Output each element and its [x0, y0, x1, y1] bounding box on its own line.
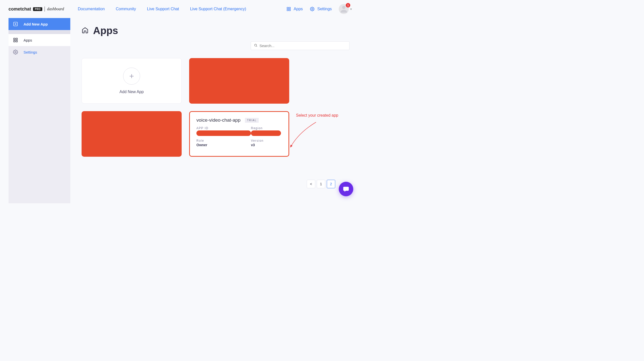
- logo-divider: [45, 7, 45, 12]
- sidebar-item-label: Apps: [24, 38, 32, 42]
- svg-rect-3: [289, 10, 290, 11]
- logo-brand: cometchat: [9, 7, 31, 12]
- svg-rect-9: [14, 38, 15, 40]
- region-label: Region: [251, 126, 282, 130]
- nav-links: Documentation Community Live Support Cha…: [78, 7, 286, 11]
- page-1[interactable]: 1: [317, 180, 325, 188]
- app-name: voice-video-chat-app: [196, 117, 240, 123]
- nav-live-support[interactable]: Live Support Chat: [147, 7, 179, 11]
- plus-square-icon: [13, 22, 18, 27]
- logo-pro-badge: PRO: [33, 7, 42, 11]
- page-prev[interactable]: <: [307, 180, 315, 188]
- content: Apps + Add New App voice-video-c: [70, 18, 361, 203]
- version-value: v3: [251, 143, 282, 147]
- annotation-arrow: [288, 120, 318, 155]
- header-settings-label: Settings: [317, 7, 332, 11]
- notification-badge: 1: [346, 3, 350, 8]
- sidebar-settings[interactable]: Settings: [9, 46, 70, 58]
- home-icon: [82, 27, 89, 35]
- nav-community[interactable]: Community: [116, 7, 136, 11]
- search-icon: [254, 44, 257, 48]
- chat-icon: [343, 186, 350, 193]
- redacted-app-card-1[interactable]: [189, 58, 289, 104]
- svg-point-13: [15, 52, 16, 53]
- svg-rect-0: [287, 7, 288, 9]
- grid-icon: [13, 38, 18, 43]
- chevron-down-icon[interactable]: ▼: [350, 8, 352, 11]
- header-apps-label: Apps: [294, 7, 303, 11]
- svg-point-5: [342, 6, 346, 9]
- nav-live-support-emergency[interactable]: Live Support Chat (Emergency): [190, 7, 246, 11]
- sidebar-apps[interactable]: Apps: [9, 34, 70, 46]
- selected-app-card[interactable]: voice-video-chat-app TRIAL APP ID Region…: [189, 111, 289, 157]
- search-box[interactable]: [251, 41, 350, 50]
- header-settings-link[interactable]: Settings: [310, 7, 332, 12]
- role-value: Owner: [196, 143, 251, 147]
- nav-documentation[interactable]: Documentation: [78, 7, 105, 11]
- svg-rect-2: [287, 10, 288, 11]
- svg-line-15: [256, 46, 257, 47]
- avatar[interactable]: 1: [339, 4, 349, 14]
- add-app-card[interactable]: + Add New App: [82, 58, 182, 104]
- plus-icon: +: [123, 68, 140, 85]
- annotation-text: Select your created app: [296, 113, 356, 118]
- logo[interactable]: cometchat PRO dashboard: [9, 7, 64, 12]
- region-redacted: [251, 130, 281, 136]
- trial-badge: TRIAL: [245, 118, 258, 123]
- svg-rect-1: [289, 7, 290, 9]
- page-2[interactable]: 2: [327, 180, 335, 188]
- add-app-label: Add New App: [120, 90, 144, 94]
- svg-rect-11: [14, 41, 15, 42]
- search-input[interactable]: [259, 44, 346, 48]
- header-actions: Apps Settings 1 ▼: [286, 4, 352, 14]
- sidebar-item-label: Add New App: [24, 22, 48, 26]
- svg-rect-10: [16, 38, 18, 40]
- page-title: Apps: [93, 25, 118, 36]
- version-label: Version: [251, 139, 282, 142]
- logo-dashboard: dashboard: [47, 7, 64, 11]
- sidebar: Add New App Apps Settings: [9, 18, 70, 203]
- role-label: Role: [196, 139, 251, 142]
- svg-rect-12: [16, 41, 18, 42]
- chat-fab[interactable]: [339, 182, 353, 196]
- gear-icon: [310, 7, 315, 12]
- svg-point-4: [312, 9, 313, 10]
- app-id-redacted: [196, 130, 251, 136]
- redacted-app-card-2[interactable]: [82, 111, 182, 157]
- app-id-label: APP ID: [196, 126, 251, 130]
- page-title-row: Apps: [82, 25, 350, 36]
- sidebar-add-new-app[interactable]: Add New App: [9, 18, 70, 30]
- grid-icon: [286, 7, 291, 12]
- header-apps-link[interactable]: Apps: [286, 7, 303, 12]
- gear-icon: [13, 50, 18, 55]
- header: cometchat PRO dashboard Documentation Co…: [0, 0, 361, 18]
- svg-point-14: [254, 44, 256, 46]
- sidebar-spacer: [9, 30, 70, 34]
- sidebar-item-label: Settings: [24, 50, 37, 54]
